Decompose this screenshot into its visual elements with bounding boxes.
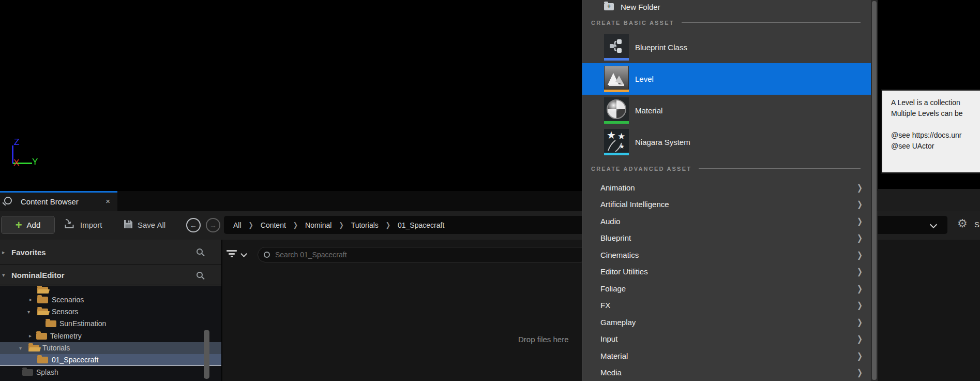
favorites-label: Favorites — [11, 240, 46, 265]
chevron-right-icon: ❯ — [857, 351, 863, 361]
menu-item-label: New Folder — [621, 3, 660, 11]
menu-item-label: Artificial Intelligence — [600, 200, 857, 209]
folder-icon — [37, 297, 48, 303]
collapsed-arrow-icon[interactable]: ▸ — [2, 240, 5, 265]
breadcrumb-separator-icon: ❯ — [386, 221, 390, 229]
menu-item-label: Foliage — [600, 284, 857, 293]
tree-row-telemetry[interactable]: ▸ Telemetry — [0, 330, 221, 342]
tree-row-clipped[interactable] — [0, 286, 221, 294]
menu-scrollbar-thumb[interactable] — [872, 1, 877, 380]
menu-item-label: Blueprint Class — [635, 43, 687, 52]
breadcrumb-all[interactable]: All — [233, 221, 242, 229]
breadcrumb-tutorials[interactable]: Tutorials — [351, 221, 379, 229]
filter-chevron-icon[interactable] — [240, 251, 247, 257]
tree-scrollbar-thumb[interactable] — [204, 330, 209, 379]
menu-item-blueprint-class[interactable]: Blueprint Class — [582, 32, 871, 63]
tree-row-01-spacecraft[interactable]: 01_Spacecraft — [0, 354, 221, 366]
chevron-right-icon: ❯ — [857, 334, 863, 344]
save-all-button-label: Save All — [138, 221, 165, 229]
search-icon[interactable] — [197, 272, 203, 278]
search-icon[interactable] — [197, 248, 203, 255]
back-button[interactable]: ← — [186, 218, 201, 232]
section-header-advanced: CREATE ADVANCED ASSET — [582, 158, 871, 179]
tree-row-splash[interactable]: Splash — [0, 366, 221, 378]
menu-item-label: Material — [635, 106, 662, 115]
tree-row-tutorials[interactable]: ▾ Tutorials — [0, 342, 221, 354]
folder-icon — [46, 320, 56, 327]
gizmo-x-label: X — [13, 158, 19, 168]
gizmo-z-label: Z — [14, 137, 19, 148]
chevron-right-icon: ❯ — [857, 368, 863, 377]
breadcrumb-separator-icon: ❯ — [249, 221, 253, 229]
menu-item-label: Gameplay — [600, 318, 857, 327]
sources-panel: ▸ Favorites ▾ NominalEditor ▸ Scenarios — [0, 240, 221, 381]
menu-item-label: FX — [600, 301, 857, 310]
expanded-arrow-icon[interactable]: ▾ — [2, 265, 5, 285]
folder-tree: ▸ Scenarios ▾ Sensors SunEstimation ▸ Te… — [0, 286, 221, 381]
collapsed-arrow-icon[interactable]: ▸ — [29, 330, 32, 342]
menu-item-material-advanced[interactable]: Material ❯ — [582, 347, 871, 364]
menu-item-level[interactable]: Level — [582, 63, 871, 95]
settings-gear-icon[interactable]: ⚙ — [957, 217, 968, 230]
collapsed-arrow-icon[interactable]: ▸ — [29, 294, 32, 305]
add-asset-context-menu: + New Folder CREATE BASIC ASSET Blueprin… — [582, 0, 871, 381]
menu-item-gameplay[interactable]: Gameplay ❯ — [582, 314, 871, 331]
menu-item-artificial-intelligence[interactable]: Artificial Intelligence ❯ — [582, 196, 871, 213]
expanded-arrow-icon[interactable]: ▾ — [19, 342, 22, 354]
menu-item-editor-utilities[interactable]: Editor Utilities ❯ — [582, 263, 871, 281]
chevron-right-icon: ❯ — [857, 250, 863, 260]
root-header[interactable]: ▾ NominalEditor — [0, 265, 221, 285]
tooltip-line: Multiple Levels can be — [891, 108, 980, 119]
menu-item-label: Input — [600, 334, 857, 343]
plus-icon: + — [604, 3, 614, 10]
tree-row-label: Tutorials — [42, 342, 70, 354]
forward-button[interactable]: → — [206, 218, 220, 232]
breadcrumb-nominal[interactable]: Nominal — [305, 221, 331, 229]
menu-item-animation[interactable]: Animation ❯ — [582, 179, 871, 196]
import-button[interactable]: Import — [64, 216, 102, 234]
add-button[interactable]: + Add — [1, 216, 55, 234]
tooltip-line: @see https://docs.unr — [891, 130, 980, 141]
menu-item-media[interactable]: Media ❯ — [582, 364, 871, 381]
menu-item-label: Cinematics — [600, 251, 857, 259]
new-folder-icon: + — [604, 3, 614, 10]
menu-item-niagara-system[interactable]: ★ ★ ★ Niagara System — [582, 126, 871, 158]
tree-row-label: Telemetry — [50, 330, 82, 342]
tree-row-sunestimation[interactable]: SunEstimation — [0, 318, 221, 330]
breadcrumb-content[interactable]: Content — [261, 221, 286, 229]
menu-item-blueprint[interactable]: Blueprint ❯ — [582, 230, 871, 247]
tree-row-scenarios[interactable]: ▸ Scenarios — [0, 294, 221, 305]
favorites-header[interactable]: ▸ Favorites — [0, 240, 221, 265]
chevron-right-icon: ❯ — [857, 183, 863, 193]
filter-icon[interactable] — [227, 250, 237, 259]
menu-item-fx[interactable]: FX ❯ — [582, 297, 871, 314]
menu-item-cinematics[interactable]: Cinematics ❯ — [582, 246, 871, 263]
menu-item-label: Media — [600, 368, 857, 377]
blueprint-class-icon — [604, 34, 629, 61]
gizmo-y-label: Y — [32, 157, 38, 167]
tab-content-browser[interactable]: Content Browser × — [0, 191, 117, 211]
chevron-right-icon: ❯ — [857, 300, 863, 310]
menu-item-foliage[interactable]: Foliage ❯ — [582, 280, 871, 297]
settings-button-label[interactable]: S — [974, 220, 979, 229]
menu-item-input[interactable]: Input ❯ — [582, 331, 871, 348]
path-history-chevron-icon[interactable] — [930, 221, 937, 228]
menu-item-material[interactable]: Material — [582, 95, 871, 126]
chevron-right-icon: ❯ — [857, 284, 863, 294]
expanded-arrow-icon[interactable]: ▾ — [27, 305, 30, 317]
menu-item-audio[interactable]: Audio ❯ — [582, 213, 871, 230]
folder-icon — [36, 333, 47, 340]
save-icon — [123, 219, 133, 231]
breadcrumb-01-spacecraft[interactable]: 01_Spacecraft — [398, 221, 444, 229]
save-all-button[interactable]: Save All — [123, 216, 165, 234]
close-icon[interactable]: × — [105, 191, 110, 211]
tab-bar-right-area — [878, 189, 980, 211]
search-input[interactable] — [275, 251, 565, 259]
menu-item-label: Material — [600, 351, 857, 360]
chevron-right-icon: ❯ — [857, 233, 863, 243]
menu-item-new-folder[interactable]: + New Folder — [582, 0, 871, 13]
tree-row-label: Scenarios — [52, 294, 84, 305]
tree-row-sensors[interactable]: ▾ Sensors — [0, 305, 221, 317]
menu-item-label: Editor Utilities — [600, 267, 857, 276]
folder-open-icon — [37, 309, 48, 315]
